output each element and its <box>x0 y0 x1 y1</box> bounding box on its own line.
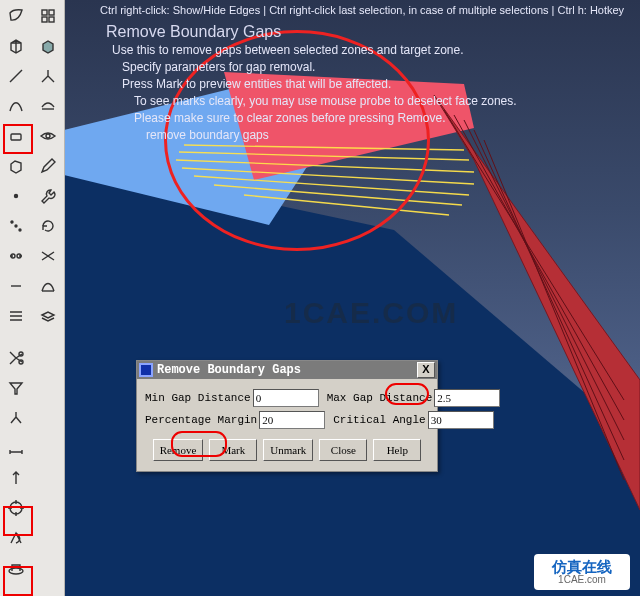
min-gap-input[interactable] <box>253 389 319 407</box>
pct-margin-input[interactable] <box>259 411 325 429</box>
page-title: Remove Boundary Gaps <box>106 23 636 40</box>
crit-angle-input[interactable] <box>428 411 494 429</box>
separator <box>1 332 31 342</box>
max-gap-input[interactable] <box>434 389 500 407</box>
instruction-overlay: Ctrl right-click: Show/Hide Edges | Ctrl… <box>100 2 636 144</box>
line-icon[interactable] <box>1 62 31 90</box>
pct-margin-label: Percentage Margin <box>145 414 257 426</box>
svg-point-12 <box>15 225 17 227</box>
dialog-remove-boundary-gaps: Remove Boundary Gaps X Min Gap Distance … <box>136 360 438 472</box>
base-icon[interactable] <box>1 554 31 582</box>
rule-icon[interactable] <box>1 212 31 240</box>
svg-rect-20 <box>42 10 47 15</box>
funnel-icon[interactable] <box>1 374 31 402</box>
solid-icon[interactable] <box>33 32 63 60</box>
dim-icon[interactable] <box>1 434 31 462</box>
bars-icon[interactable] <box>1 302 31 330</box>
sweep-icon[interactable] <box>33 272 63 300</box>
trim-icon[interactable] <box>1 344 31 372</box>
eye2-icon[interactable] <box>33 122 63 150</box>
svg-rect-23 <box>49 17 54 22</box>
minus-icon[interactable] <box>1 272 31 300</box>
toolbar-left <box>0 0 33 596</box>
pencil-icon[interactable] <box>33 152 63 180</box>
close-button[interactable]: X <box>417 362 435 378</box>
svg-point-10 <box>15 195 18 198</box>
quad-icon[interactable] <box>1 122 31 150</box>
hint-bar: Ctrl right-click: Show/Hide Edges | Ctrl… <box>100 2 636 19</box>
min-gap-label: Min Gap Distance <box>145 392 251 404</box>
link-icon[interactable] <box>1 242 31 270</box>
svg-point-11 <box>11 221 13 223</box>
svg-point-13 <box>19 229 21 231</box>
orient-icon[interactable] <box>1 524 31 552</box>
patch-icon[interactable] <box>1 2 31 30</box>
wrench-icon[interactable] <box>33 182 63 210</box>
mark-button[interactable]: Mark <box>209 439 257 461</box>
dialog-title: Remove Boundary Gaps <box>157 363 301 377</box>
cube-icon[interactable] <box>1 32 31 60</box>
branch-icon[interactable] <box>1 404 31 432</box>
max-gap-label: Max Gap Distance <box>327 392 433 404</box>
svg-rect-9 <box>11 134 21 140</box>
target-icon[interactable] <box>1 494 31 522</box>
axis-icon[interactable] <box>33 62 63 90</box>
shade-icon[interactable] <box>33 92 63 120</box>
curve-icon[interactable] <box>1 92 31 120</box>
logo-badge: 仿真在线 1CAE.com <box>534 554 630 590</box>
crit-angle-label: Critical Angle <box>333 414 425 426</box>
merge-icon[interactable] <box>33 242 63 270</box>
svg-rect-21 <box>49 10 54 15</box>
unmark-button[interactable]: Unmark <box>263 439 313 461</box>
svg-rect-22 <box>42 17 47 22</box>
loop-icon[interactable] <box>33 212 63 240</box>
svg-point-24 <box>46 134 50 138</box>
dialog-icon <box>139 363 153 377</box>
close-button-dlg[interactable]: Close <box>319 439 367 461</box>
svg-point-19 <box>9 568 23 574</box>
remove-button[interactable]: Remove <box>153 439 204 461</box>
help-button[interactable]: Help <box>373 439 421 461</box>
toolbar-left-2 <box>32 0 65 596</box>
point-icon[interactable] <box>1 182 31 210</box>
views-icon[interactable] <box>33 2 63 30</box>
box-icon[interactable] <box>1 152 31 180</box>
probe-icon[interactable] <box>1 464 31 492</box>
layer-icon[interactable] <box>33 302 63 330</box>
dialog-titlebar[interactable]: Remove Boundary Gaps X <box>137 361 437 379</box>
